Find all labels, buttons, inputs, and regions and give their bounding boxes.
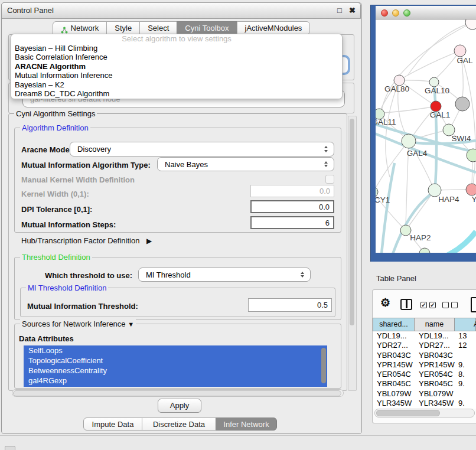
table-cell[interactable] (455, 389, 476, 399)
table-row[interactable]: YDR27...YDR27...12 (373, 341, 476, 350)
attributes-list-scrollbar[interactable] (321, 348, 326, 383)
dpi-tolerance-field[interactable]: 0.0 (250, 200, 334, 213)
table-cell[interactable]: YER054C (373, 370, 415, 379)
network-edge[interactable] (434, 84, 436, 188)
tab-cyni-toolbox[interactable]: Cyni Toolbox (177, 21, 237, 35)
table-row[interactable]: YBR045CYBR045C9. (373, 379, 476, 389)
gear-icon[interactable]: ⚙ (380, 296, 390, 309)
data-attributes-list[interactable]: SelfLoopsTopologicalCoefficientBetweenne… (24, 345, 327, 387)
kernel-width-field[interactable]: 0.0 (250, 185, 334, 197)
network-window-titlebar[interactable] (376, 6, 476, 19)
attribute-list-item[interactable]: BetweennessCentrality (24, 366, 327, 376)
table-cell[interactable]: YDR27... (415, 341, 455, 350)
columns-icon[interactable] (400, 299, 412, 310)
checked-checkbox-icon[interactable]: ✓ (420, 302, 427, 308)
table-cell[interactable]: YLR345W (415, 399, 455, 408)
network-node-gal10[interactable] (429, 77, 439, 87)
settings-hscrollbar-thumb[interactable] (13, 390, 341, 396)
tab-style[interactable]: Style (106, 21, 140, 35)
table-cell[interactable]: YLR345W (373, 399, 415, 408)
table-row[interactable]: YBR043CYBR043C (373, 351, 476, 360)
apply-button[interactable]: Apply (158, 399, 201, 413)
node-table[interactable]: YDL19...YDL19...13YDR27...YDR27...12YBR0… (373, 331, 476, 409)
table-row[interactable]: YDL19...YDL19...13 (373, 331, 476, 341)
table-cell[interactable]: 13 (455, 331, 476, 341)
table-cell[interactable]: YBR043C (373, 351, 415, 360)
algorithm-option[interactable]: ARACNE Algorithm (11, 62, 342, 71)
network-edge[interactable] (403, 51, 460, 78)
close-traffic-light-icon[interactable] (381, 9, 388, 17)
table-cell[interactable] (455, 351, 476, 360)
table-cell[interactable]: YBR045C (415, 379, 455, 389)
attribute-list-item[interactable]: TopologicalCoefficient (24, 356, 327, 366)
table-row[interactable]: YPR145WYPR145W9. (373, 360, 476, 370)
algorithm-option[interactable]: Bayesian – K2 (11, 80, 342, 89)
tab-select[interactable]: Select (139, 21, 177, 35)
network-edge[interactable] (384, 106, 436, 113)
table-cell[interactable]: YBL079W (415, 389, 455, 399)
table-hscrollbar-thumb[interactable] (376, 410, 440, 416)
document-icon[interactable] (471, 297, 476, 312)
sources-toggle[interactable]: Sources for Network Inference ▼ (20, 319, 136, 328)
table-row[interactable]: YBL079WYBL079W (373, 389, 476, 399)
network-edge[interactable] (448, 231, 476, 253)
unchecked-checkbox-icon[interactable] (451, 302, 458, 308)
table-cell[interactable]: 9. (455, 360, 476, 370)
column-header-name[interactable]: name (415, 318, 455, 331)
float-window-icon[interactable]: □ (337, 6, 342, 15)
tab-impute-data[interactable]: Impute Data (83, 418, 142, 431)
mi-threshold-field[interactable]: 0.5 (248, 298, 332, 312)
tab-jactivemnodules[interactable]: jActiveMNodules (237, 21, 311, 35)
table-cell[interactable]: 9. (455, 379, 476, 389)
table-horizontal-scrollbar[interactable] (374, 409, 475, 418)
table-cell[interactable]: YBL079W (373, 389, 415, 399)
close-icon[interactable]: ✖ (349, 6, 356, 15)
table-cell[interactable]: YBR043C (415, 351, 455, 360)
table-cell[interactable]: YDL19... (415, 331, 455, 341)
network-node-y[interactable] (466, 184, 476, 195)
hub-definition-toggle[interactable]: Hub/Transcription Factor Definition ▶ (21, 236, 152, 245)
table-cell[interactable]: YDL19... (373, 331, 415, 341)
network-canvas[interactable]: GALGAL80GAL10GAL1GAL11SWI4GAL4GCY1HAP4YH… (376, 19, 476, 253)
network-edge[interactable] (393, 195, 430, 253)
tab-infer-network[interactable]: Infer Network (216, 418, 277, 431)
table-cell[interactable]: YDR27... (373, 341, 415, 350)
network-node-hap2[interactable] (400, 225, 411, 236)
settings-scrollbar-thumb[interactable] (350, 119, 354, 325)
table-cell[interactable]: YPR145W (373, 360, 415, 370)
column-header-partial[interactable]: A (455, 318, 476, 331)
zoom-traffic-light-icon[interactable] (403, 9, 410, 17)
network-edge[interactable] (382, 163, 395, 253)
minimize-traffic-light-icon[interactable] (392, 9, 399, 17)
network-node[interactable] (455, 97, 470, 111)
table-row[interactable]: YLR345WYLR345W9. (373, 399, 476, 408)
table-cell[interactable]: YPR145W (415, 360, 455, 370)
table-cell[interactable]: 8. (455, 370, 476, 379)
tab-discretize-data[interactable]: Discretize Data (142, 418, 216, 431)
attribute-list-item[interactable]: gal4RGexp (24, 376, 327, 386)
settings-horizontal-scrollbar[interactable] (12, 389, 344, 397)
column-header-shared[interactable]: shared... (373, 318, 415, 331)
manual-kernel-checkbox[interactable] (325, 175, 334, 184)
algorithm-option[interactable]: Mutual Information Inference (11, 71, 342, 80)
table-cell[interactable]: YER054C (415, 370, 455, 379)
checked-checkbox-icon[interactable]: ✓ (429, 302, 436, 308)
tab-network[interactable]: Network (53, 21, 107, 35)
collapsed-panel-button[interactable] (5, 446, 15, 450)
mi-type-combobox[interactable]: Naive Bayes (157, 157, 334, 171)
attribute-list-item[interactable]: SelfLoops (24, 345, 327, 356)
which-threshold-combobox[interactable]: MI Threshold (138, 268, 311, 282)
network-node-gal[interactable] (454, 45, 466, 57)
algorithm-option[interactable]: Bayesian – Hill Climbing (11, 44, 342, 53)
network-node[interactable] (465, 19, 476, 30)
algorithm-option[interactable]: Basic Correlation Inference (11, 53, 342, 61)
settings-vertical-scrollbar[interactable] (348, 116, 357, 391)
aracne-mode-combobox[interactable]: Discovery (70, 142, 334, 156)
unchecked-checkbox-icon[interactable] (442, 302, 449, 308)
mi-steps-field[interactable]: 6 (250, 216, 334, 229)
table-cell[interactable]: YBR045C (373, 379, 415, 389)
network-node-gal4[interactable] (402, 134, 416, 148)
table-cell[interactable]: 9. (455, 399, 476, 408)
table-row[interactable]: YER054CYER054C8. (373, 370, 476, 379)
control-panel-titlebar[interactable] (1, 2, 361, 19)
